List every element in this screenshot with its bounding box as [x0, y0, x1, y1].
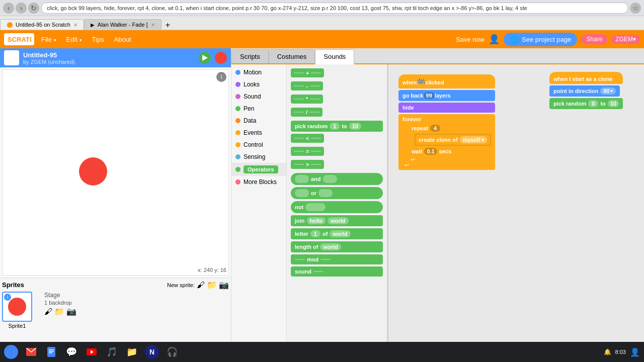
div-left-input[interactable]: [294, 112, 304, 113]
taskbar-avatar[interactable]: 👤: [630, 347, 640, 357]
camera-sprite-button[interactable]: 📷: [219, 280, 229, 290]
random-canvas-from[interactable]: 0: [588, 100, 598, 107]
topbar-tips[interactable]: Tips: [89, 35, 107, 44]
gt-right-input[interactable]: [311, 164, 321, 165]
point-direction-block[interactable]: point in direction 90 ▾: [549, 85, 620, 97]
topbar-file[interactable]: File ▾: [38, 35, 59, 44]
category-control[interactable]: Control: [231, 139, 286, 151]
random-from-input[interactable]: 1: [330, 123, 340, 130]
lt-left-input[interactable]: [294, 138, 304, 139]
multiply-operator-block[interactable]: *: [291, 95, 323, 104]
tab-youtube[interactable]: ▶ Alan Walker - Fade [ ✕: [84, 19, 162, 30]
sprite-item-sprite1[interactable]: i Sprite1: [2, 292, 32, 329]
mod-a-input[interactable]: [295, 259, 305, 260]
taskbar-chrome-icon[interactable]: [4, 345, 18, 359]
mul-right-input[interactable]: [310, 99, 320, 100]
eq-right-input[interactable]: [311, 151, 321, 152]
op-left-input[interactable]: [294, 72, 304, 73]
save-now-button[interactable]: Save now: [456, 36, 485, 43]
go-back-layers-block[interactable]: go back 99 layers: [398, 90, 495, 101]
eq-left-input[interactable]: [294, 151, 304, 152]
taskbar-youtube-icon[interactable]: [85, 345, 99, 359]
random-to-input[interactable]: 10: [349, 123, 361, 130]
taskbar-headphones-icon[interactable]: 🎧: [165, 345, 179, 359]
category-events[interactable]: Events: [231, 127, 286, 139]
join-a-input[interactable]: hello: [307, 217, 326, 224]
see-project-button[interactable]: 🌐 See project page: [504, 33, 577, 46]
length-of-palette-block[interactable]: length of world: [291, 241, 383, 252]
tab-scratch[interactable]: 🟠 Untitled-95 on Scratch ✕: [0, 19, 84, 30]
hide-block[interactable]: hide: [398, 103, 495, 113]
add-operator-block[interactable]: +: [291, 68, 324, 77]
pick-random-canvas-block[interactable]: pick random 0 to 10: [549, 98, 623, 109]
category-pen[interactable]: Pen: [231, 103, 286, 115]
back-button[interactable]: ‹: [3, 3, 14, 14]
url-bar[interactable]: [41, 3, 628, 14]
taskbar-music-icon[interactable]: 🎵: [105, 345, 119, 359]
sprite-info-badge[interactable]: i: [4, 294, 11, 301]
or-left-input[interactable]: [295, 189, 309, 197]
op-right-input[interactable]: [311, 72, 321, 73]
stop-button[interactable]: [215, 52, 227, 64]
new-tab-button[interactable]: +: [162, 21, 174, 30]
forward-button[interactable]: ›: [16, 3, 27, 14]
tab-costumes[interactable]: Costumes: [269, 49, 315, 63]
topbar-about[interactable]: About: [111, 35, 134, 44]
taskbar-notion-icon[interactable]: N: [145, 345, 159, 359]
equals-block[interactable]: =: [291, 147, 324, 156]
go-back-value[interactable]: 99: [424, 92, 435, 99]
sound-palette-block[interactable]: sound: [291, 266, 383, 277]
letter-of-palette-block[interactable]: letter 1 of world: [291, 228, 383, 239]
category-sound[interactable]: Sound: [231, 90, 286, 103]
sub-right-input[interactable]: [310, 85, 320, 86]
tab-youtube-close[interactable]: ✕: [151, 22, 155, 28]
mul-left-input[interactable]: [294, 99, 304, 100]
camera-backdrop-button[interactable]: 📷: [66, 307, 76, 316]
topbar-edit[interactable]: Edit ▾: [63, 35, 85, 44]
category-sensing[interactable]: Sensing: [231, 151, 286, 163]
sub-left-input[interactable]: [294, 85, 304, 86]
greater-than-block[interactable]: >: [291, 160, 324, 169]
repeat-value[interactable]: 4: [430, 125, 440, 132]
clone-target-input[interactable]: myself ▾: [460, 136, 487, 143]
mod-b-input[interactable]: [320, 259, 331, 260]
letter-word-input[interactable]: world: [330, 230, 350, 237]
category-motion[interactable]: Motion: [231, 66, 286, 78]
wait-value[interactable]: 0.1: [424, 148, 437, 155]
bookmark-button[interactable]: ☆: [630, 3, 641, 14]
and-right-input[interactable]: [323, 175, 337, 183]
category-more-blocks[interactable]: More Blocks: [231, 176, 286, 188]
pick-random-palette-block[interactable]: pick random 1 to 10: [291, 121, 383, 132]
random-canvas-to[interactable]: 10: [608, 100, 619, 107]
taskbar-gmail-icon[interactable]: [24, 345, 38, 359]
mod-palette-block[interactable]: mod: [291, 254, 383, 264]
divide-operator-block[interactable]: /: [291, 108, 323, 117]
wait-block[interactable]: wait 0.1 secs: [409, 146, 491, 156]
stage-info-icon[interactable]: i: [216, 72, 226, 82]
tab-scripts[interactable]: Scripts: [231, 49, 269, 63]
forever-block[interactable]: forever repeat 4 create clone of: [398, 114, 495, 170]
lt-right-input[interactable]: [311, 138, 321, 139]
profile-icon[interactable]: 👤: [489, 34, 500, 45]
when-clicked-block[interactable]: when 🏁 clicked: [398, 74, 495, 88]
div-right-input[interactable]: [309, 112, 319, 113]
share-button[interactable]: Share: [581, 34, 607, 44]
less-than-block[interactable]: <: [291, 134, 324, 143]
and-palette-block[interactable]: and: [291, 173, 383, 185]
category-operators[interactable]: Operators: [231, 163, 286, 176]
scratch-logo[interactable]: SCRATCH: [4, 33, 34, 45]
letter-n-input[interactable]: 1: [310, 230, 320, 237]
upload-sprite-button[interactable]: 📁: [207, 280, 217, 290]
green-flag-button[interactable]: [199, 52, 211, 64]
sound-input[interactable]: [313, 271, 324, 272]
taskbar-chat-icon[interactable]: 💬: [64, 345, 78, 359]
reload-button[interactable]: ↻: [28, 3, 39, 14]
taskbar-files-icon[interactable]: 📁: [125, 345, 139, 359]
not-input[interactable]: [305, 203, 326, 211]
tab-sounds[interactable]: Sounds: [315, 49, 354, 64]
length-word-input[interactable]: world: [320, 243, 341, 250]
tab-scratch-close[interactable]: ✕: [73, 22, 77, 28]
or-right-input[interactable]: [318, 189, 333, 197]
paint-sprite-button[interactable]: 🖌: [197, 281, 205, 290]
direction-input[interactable]: 90 ▾: [600, 87, 616, 95]
